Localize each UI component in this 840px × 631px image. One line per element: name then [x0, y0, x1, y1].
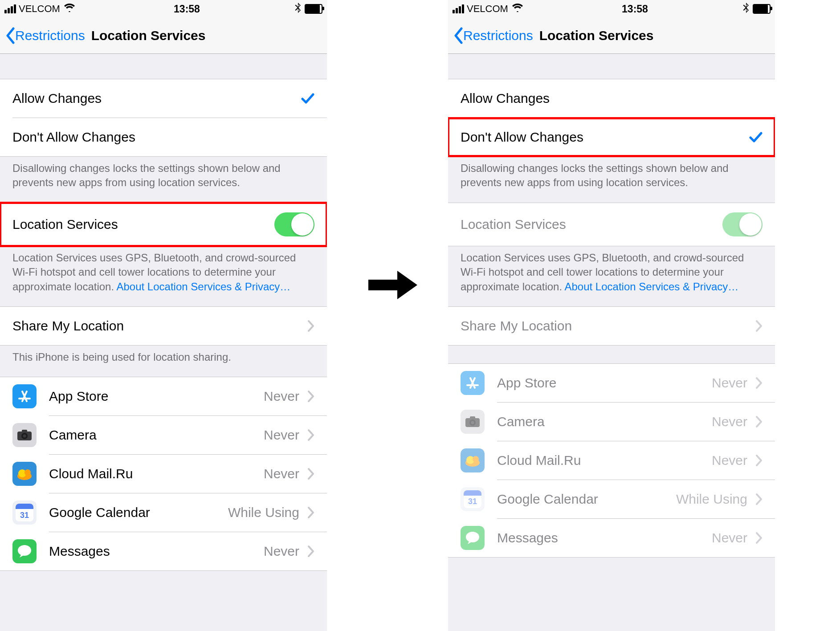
location-services-footer: Location Services uses GPS, Bluetooth, a… — [0, 246, 327, 306]
arrow-icon — [366, 267, 420, 303]
app-status: Never — [264, 466, 299, 481]
location-services-toggle-row[interactable]: Location Services — [0, 203, 327, 246]
allow-changes-label: Allow Changes — [12, 91, 301, 106]
appstore-icon — [461, 371, 485, 395]
signal-icon — [453, 4, 464, 13]
chevron-right-icon — [307, 506, 314, 519]
camera-icon — [461, 410, 485, 434]
status-bar: VELCOM 13:58 — [448, 0, 775, 18]
screenshot-before: VELCOM 13:58 Restrictions Location Servi… — [0, 0, 327, 631]
about-privacy-link[interactable]: About Location Services & Privacy… — [564, 281, 738, 293]
app-name: Google Calendar — [49, 505, 228, 520]
chevron-right-icon — [755, 320, 763, 332]
chevron-right-icon — [307, 468, 314, 480]
allow-changes-group: Allow Changes Don't Allow Changes — [448, 79, 775, 157]
back-button[interactable]: Restrictions — [453, 27, 533, 44]
messages-icon — [12, 539, 37, 563]
location-services-toggle[interactable] — [274, 212, 314, 236]
app-row-cloudmailru[interactable]: Cloud Mail.Ru Never — [0, 455, 327, 493]
checkmark-icon — [301, 93, 314, 104]
svg-rect-9 — [470, 416, 475, 419]
apps-group: App Store Never Camera Never Cloud M — [0, 377, 327, 571]
chevron-left-icon — [5, 27, 15, 44]
allow-changes-footer: Disallowing changes locks the settings s… — [0, 157, 327, 203]
app-status: Never — [264, 389, 299, 404]
clock-label: 13:58 — [527, 3, 743, 15]
share-my-location-group: Share My Location — [448, 306, 775, 346]
bluetooth-icon — [743, 3, 749, 16]
app-status: Never — [712, 375, 747, 391]
app-name: Messages — [49, 544, 264, 559]
chevron-right-icon — [307, 545, 314, 558]
share-my-location-label: Share My Location — [12, 318, 307, 334]
chevron-right-icon — [755, 415, 763, 428]
app-name: Messages — [497, 530, 712, 546]
about-privacy-link[interactable]: About Location Services & Privacy… — [116, 281, 290, 293]
chevron-right-icon — [755, 454, 763, 467]
location-services-toggle-row: Location Services — [448, 203, 775, 246]
carrier-label: VELCOM — [467, 3, 508, 15]
chevron-right-icon — [755, 377, 763, 389]
app-row-camera[interactable]: Camera Never — [0, 416, 327, 454]
app-name: App Store — [49, 389, 264, 404]
svg-point-7 — [18, 545, 31, 556]
app-status: While Using — [676, 492, 747, 507]
app-row-messages[interactable]: Messages Never — [0, 532, 327, 570]
nav-header: Restrictions Location Services — [0, 18, 327, 54]
page-title: Location Services — [539, 28, 654, 43]
share-my-location-row[interactable]: Share My Location — [0, 307, 327, 345]
back-label: Restrictions — [15, 28, 85, 43]
battery-icon — [753, 4, 771, 14]
chevron-right-icon — [307, 320, 314, 332]
googlecal-icon: 31 — [461, 487, 485, 511]
svg-point-6 — [24, 469, 31, 476]
svg-point-14 — [473, 456, 479, 462]
wifi-icon — [512, 3, 523, 15]
back-button[interactable]: Restrictions — [5, 27, 85, 44]
app-name: App Store — [497, 375, 712, 391]
share-my-location-row: Share My Location — [448, 307, 775, 345]
chevron-right-icon — [307, 390, 314, 403]
svg-point-11 — [471, 421, 474, 424]
carrier-label: VELCOM — [19, 3, 60, 15]
location-services-label: Location Services — [461, 217, 722, 232]
messages-icon — [461, 526, 485, 550]
app-status: While Using — [228, 505, 299, 520]
apps-group: App Store Never Camera Never Cloud Mail.… — [448, 363, 775, 558]
app-status: Never — [264, 544, 299, 559]
app-status: Never — [264, 427, 299, 443]
chevron-right-icon — [755, 532, 763, 544]
signal-icon — [4, 4, 16, 13]
chevron-right-icon — [755, 493, 763, 505]
allow-changes-row[interactable]: Allow Changes — [0, 79, 327, 118]
dont-allow-changes-label: Don't Allow Changes — [12, 130, 314, 145]
allow-changes-group: Allow Changes Don't Allow Changes — [0, 79, 327, 157]
app-row-appstore[interactable]: App Store Never — [0, 377, 327, 415]
allow-changes-footer: Disallowing changes locks the settings s… — [448, 157, 775, 203]
share-my-location-group: Share My Location — [0, 306, 327, 346]
clock-label: 13:58 — [79, 3, 295, 15]
app-row-appstore: App Store Never — [448, 364, 775, 402]
app-row-googlecalendar[interactable]: 31 Google Calendar While Using — [0, 493, 327, 532]
nav-header: Restrictions Location Services — [448, 18, 775, 54]
chevron-right-icon — [307, 429, 314, 441]
location-services-label: Location Services — [12, 217, 274, 232]
bluetooth-icon — [295, 3, 301, 16]
app-row-cloudmailru: Cloud Mail.Ru Never — [448, 441, 775, 480]
dont-allow-changes-row[interactable]: Don't Allow Changes — [448, 118, 775, 156]
chevron-left-icon — [453, 27, 463, 44]
allow-changes-label: Allow Changes — [461, 91, 763, 106]
app-row-messages: Messages Never — [448, 519, 775, 557]
svg-rect-1 — [22, 430, 27, 432]
appstore-icon — [12, 384, 37, 408]
cloudmailru-icon — [461, 448, 485, 472]
share-my-location-footer: This iPhone is being used for location s… — [0, 346, 327, 377]
camera-icon — [12, 423, 37, 447]
allow-changes-row[interactable]: Allow Changes — [448, 79, 775, 118]
back-label: Restrictions — [463, 28, 533, 43]
app-name: Cloud Mail.Ru — [49, 466, 264, 481]
screenshot-after: VELCOM 13:58 Restrictions Location Servi… — [448, 0, 775, 631]
dont-allow-changes-label: Don't Allow Changes — [461, 130, 749, 145]
status-bar: VELCOM 13:58 — [0, 0, 327, 18]
dont-allow-changes-row[interactable]: Don't Allow Changes — [0, 118, 327, 156]
